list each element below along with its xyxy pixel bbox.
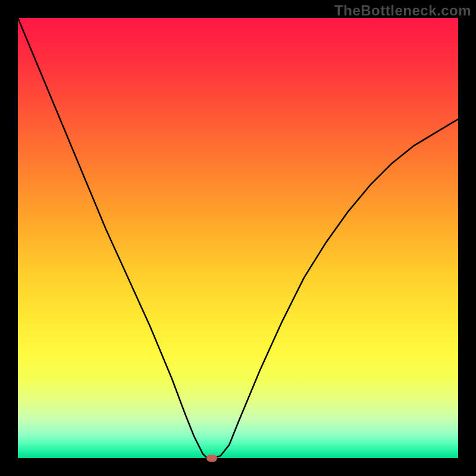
plot-area xyxy=(18,18,458,458)
chart-frame: TheBottleneck.com xyxy=(0,0,476,476)
curve-svg xyxy=(18,18,458,458)
bottleneck-curve xyxy=(18,18,458,458)
optimum-marker xyxy=(206,455,217,462)
attribution-label: TheBottleneck.com xyxy=(334,2,471,19)
